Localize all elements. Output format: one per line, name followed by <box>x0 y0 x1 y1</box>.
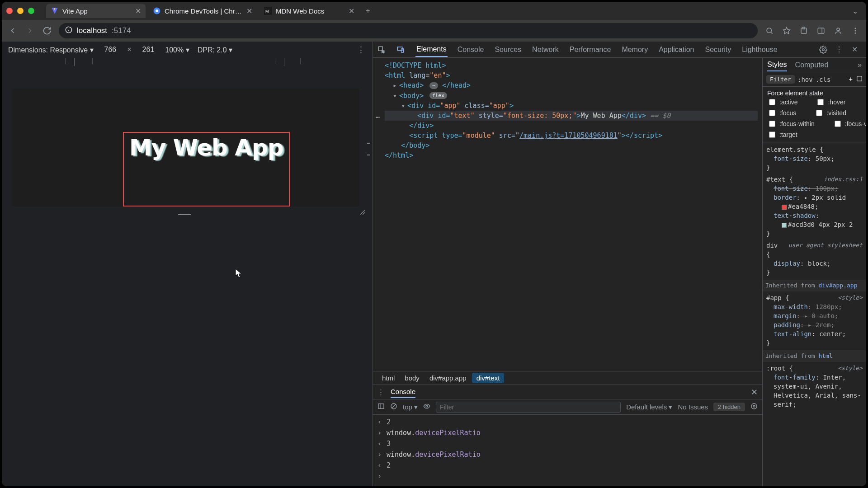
tab-sources[interactable]: Sources <box>494 43 522 56</box>
tab-network[interactable]: Network <box>531 43 560 56</box>
clear-console-icon[interactable] <box>390 403 397 411</box>
zoom-dropdown[interactable]: 100% ▾ <box>165 46 189 54</box>
svg-marker-22 <box>236 269 241 277</box>
tab-styles[interactable]: Styles <box>767 59 787 71</box>
breadcrumb-item[interactable]: html <box>377 373 399 383</box>
tab-performance[interactable]: Performance <box>569 43 612 56</box>
drawer-close-icon[interactable]: ✕ <box>751 387 758 397</box>
svg-point-31 <box>426 405 428 407</box>
css-rules[interactable]: element.style { font-size: 50px; } #text… <box>763 142 866 486</box>
pseudo-focus[interactable]: :focus <box>767 108 796 117</box>
pseudo-focus-visible[interactable]: :focus-v <box>833 119 866 128</box>
breadcrumb-item[interactable]: div#app.app <box>425 373 471 383</box>
hov-toggle[interactable]: :hov <box>797 76 813 83</box>
computed-style-icon[interactable] <box>856 75 863 83</box>
tab-memory[interactable]: Memory <box>621 43 649 56</box>
console-sidebar-toggle-icon[interactable] <box>377 403 385 411</box>
styles-filter-input[interactable]: Filter <box>766 75 795 84</box>
rendered-page[interactable]: My Web App <box>13 89 359 206</box>
tab-lighthouse[interactable]: Lighthouse <box>741 43 778 56</box>
svg-line-30 <box>392 404 396 408</box>
styles-toolbar: Filter :hov .cls + <box>763 72 866 87</box>
cls-toggle[interactable]: .cls <box>816 76 831 83</box>
levels-dropdown[interactable]: Default levels ▾ <box>626 403 672 411</box>
console-log[interactable]: ‹2 ›window.devicePixelRatio ‹3 ›window.d… <box>373 415 762 486</box>
pseudo-focus-within[interactable]: :focus-within <box>767 119 815 128</box>
zoom-icon[interactable] <box>764 25 775 36</box>
live-expression-icon[interactable] <box>423 403 430 411</box>
ruler <box>2 58 373 66</box>
breadcrumb-item[interactable]: body <box>400 373 424 383</box>
tab-elements[interactable]: Elements <box>415 42 448 57</box>
device-toggle-icon[interactable] <box>396 46 406 54</box>
close-tab-icon[interactable]: ✕ <box>135 7 141 15</box>
devtools-more-icon[interactable]: ⋮ <box>835 45 845 54</box>
svg-line-10 <box>771 32 772 33</box>
browser-tab[interactable]: Chrome DevTools | Chrome ✕ <box>148 4 257 18</box>
new-style-rule-icon[interactable]: + <box>849 75 853 83</box>
new-tab-button[interactable]: + <box>362 7 374 15</box>
svg-point-32 <box>753 405 755 407</box>
vite-favicon <box>51 7 59 15</box>
selected-dom-node[interactable]: <div id="text" style="font-size: 50px;">… <box>385 111 758 121</box>
browser-tab[interactable]: Vite App ✕ <box>46 4 146 18</box>
dimension-x-separator: × <box>127 46 131 54</box>
sidepanel-icon[interactable] <box>816 25 826 36</box>
resize-handle-right[interactable] <box>367 143 370 155</box>
drawer-tab-console[interactable]: Console <box>391 386 415 398</box>
breadcrumb-item[interactable]: div#text <box>472 373 505 383</box>
pseudo-visited[interactable]: :visited <box>814 108 846 117</box>
device-more-icon[interactable]: ⋮ <box>357 45 366 55</box>
browser-window: Vite App ✕ Chrome DevTools | Chrome ✕ M … <box>2 2 866 486</box>
site-info-icon[interactable] <box>65 26 72 36</box>
console-filter-input[interactable] <box>436 402 621 413</box>
force-state-title: Force element state <box>767 89 862 97</box>
resize-handle-corner[interactable] <box>359 209 365 215</box>
svg-point-17 <box>855 28 856 29</box>
minimize-window-button[interactable] <box>17 8 24 14</box>
pseudo-target[interactable]: :target <box>767 130 797 139</box>
tab-computed[interactable]: Computed <box>795 59 829 71</box>
context-dropdown[interactable]: top ▾ <box>403 403 418 411</box>
reload-button[interactable] <box>42 25 52 36</box>
tab-application[interactable]: Application <box>658 43 695 56</box>
dom-tree[interactable]: <!DOCTYPE html> <html lang="en"> ▸<head>… <box>373 58 762 371</box>
svg-point-16 <box>837 28 840 31</box>
close-tab-icon[interactable]: ✕ <box>349 7 354 15</box>
hidden-count[interactable]: 2 hidden <box>713 403 745 411</box>
width-input[interactable]: 766 <box>102 45 119 55</box>
styles-more-icon[interactable]: » <box>858 61 862 69</box>
forward-button[interactable] <box>24 25 35 36</box>
maximize-window-button[interactable] <box>28 8 34 14</box>
device-canvas[interactable]: My Web App <box>2 66 373 486</box>
tab-console[interactable]: Console <box>457 43 485 56</box>
tab-security[interactable]: Security <box>704 43 732 56</box>
drawer-more-icon[interactable]: ⋮ <box>377 388 384 396</box>
svg-rect-34 <box>857 76 862 81</box>
dpr-dropdown[interactable]: DPR: 2.0 ▾ <box>198 46 232 54</box>
extensions-icon[interactable] <box>798 25 809 36</box>
pseudo-hover[interactable]: :hover <box>816 98 845 107</box>
menu-icon[interactable] <box>850 25 861 36</box>
devtools-close-icon[interactable]: ✕ <box>852 45 862 54</box>
settings-icon[interactable] <box>819 46 829 54</box>
resize-handle-bottom[interactable] <box>178 214 191 217</box>
tabs-dropdown-button[interactable]: ⌄ <box>852 7 858 15</box>
dimensions-dropdown[interactable]: Dimensions: Responsive ▾ <box>8 46 94 54</box>
browser-tab[interactable]: M MDN Web Docs ✕ <box>259 4 359 18</box>
close-tab-icon[interactable]: ✕ <box>246 7 252 15</box>
pseudo-active[interactable]: :active <box>767 98 797 107</box>
close-window-button[interactable] <box>6 8 13 14</box>
issues-indicator[interactable]: No Issues <box>678 403 708 411</box>
tab-title: Vite App <box>62 7 132 15</box>
console-drawer-tabs: ⋮ Console ✕ <box>373 385 762 399</box>
address-field[interactable]: localhost:5174 <box>59 23 758 38</box>
height-input[interactable]: 261 <box>140 45 157 55</box>
styles-panel: Styles Computed » Filter :hov .cls + <box>762 58 866 486</box>
url-path: :5174 <box>112 26 131 35</box>
bookmark-icon[interactable] <box>781 25 792 36</box>
inspect-element-icon[interactable] <box>377 46 387 54</box>
back-button[interactable] <box>7 25 18 36</box>
console-settings-icon[interactable] <box>750 403 758 411</box>
profile-icon[interactable] <box>833 25 844 36</box>
